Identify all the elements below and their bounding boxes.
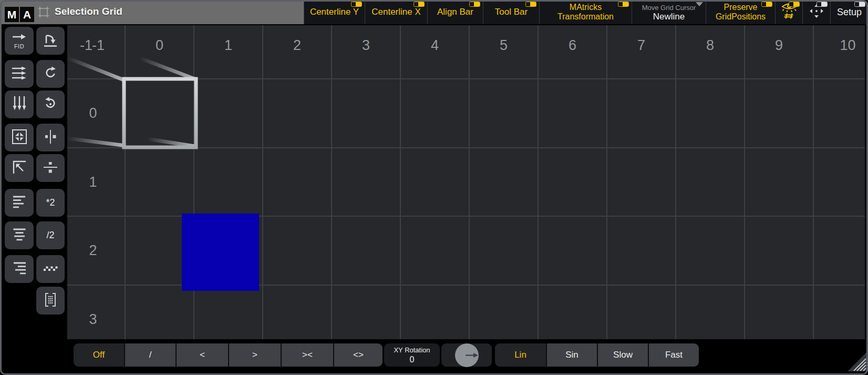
led-indicator-yellow [618,2,629,7]
topbar-button-move-grid-cursor[interactable]: Move Grid CursorNewline [632,0,706,24]
selected-cell-block[interactable] [182,214,259,291]
grid-line-vertical [193,25,194,339]
sidebar-button-label: *2 [46,197,55,208]
mode-button-2[interactable]: < [175,343,228,367]
combo-value: Newline [653,12,685,22]
grid-column-label: 4 [431,37,439,54]
knob-pointer-icon [466,352,479,358]
led-indicator-yellow [789,2,800,7]
sidebar-button-divide-by-2[interactable]: /2 [36,221,65,249]
triple-arrows-down-icon [12,96,27,114]
align-center-icon [12,228,27,244]
grid-line-vertical [813,25,814,339]
shape-button-slow[interactable]: Slow [597,343,648,367]
grid-cursor-cube [67,54,200,154]
topbar-button-centerline-y[interactable]: Centerline Y [304,0,365,24]
sidebar-button-rotate-90[interactable] [36,27,65,55]
phaser-shape-group: LinSinSlowFast [495,343,699,367]
sidebar-button-fixture-id-order[interactable]: FID [5,27,34,55]
xy-rotation-knob-panel [441,343,492,367]
rotate-ccw-icon [43,96,58,114]
grid-line-vertical [606,25,607,339]
topbar-button-align-bar[interactable]: Align Bar [427,0,483,24]
led-indicator-yellow [525,2,536,7]
selection-grid-window: M A Selection Grid Centerline YCenterlin… [0,0,868,375]
grid-column-label: 2 [293,37,301,54]
grid-corner-label: -1 [80,37,92,54]
button-label: Centerline X [371,7,421,17]
mode-button-1[interactable]: / [124,343,175,367]
sidebar-button-align-center[interactable] [5,221,34,249]
mode-button-off[interactable]: Off [74,343,124,367]
button-label: Setup [837,7,862,17]
grid-line-horizontal [67,147,865,148]
rotate-cw-icon [43,65,58,83]
button-label: Centerline Y [310,7,359,17]
grid-line-vertical [400,25,401,339]
sidebar-button-align-left[interactable] [5,189,34,217]
align-right-icon [12,261,27,277]
grid-line-vertical [262,25,263,339]
grid-column-label: 7 [637,37,645,54]
button-label: MAtricks [570,3,602,12]
mode-button-3[interactable]: > [228,343,281,367]
shuffle-dots-icon [43,265,58,274]
button-label: Transformation [557,12,614,22]
sidebar-button-rotate-clockwise[interactable] [36,60,65,88]
resize-handle-icon[interactable] [848,352,866,373]
grid-column-label: 5 [500,37,508,54]
sidebar-button-mirror-y[interactable] [36,154,65,182]
topbar-button-preserve-gridpositions[interactable]: PreserveGridPositions [706,0,775,24]
grid-column-label: 10 [840,37,855,54]
led-indicator-white [854,2,865,7]
arrow-right-icon [12,33,26,42]
led-indicator-yellow [351,2,362,7]
shape-button-fast[interactable]: Fast [648,343,699,367]
grid-column-label: 9 [775,37,783,54]
rotate-90-icon [43,32,58,50]
shape-button-lin[interactable]: Lin [495,343,546,367]
shape-button-sin[interactable]: Sin [546,343,597,367]
sidebar-button-arrange-columns[interactable] [5,90,34,118]
ma-logo-m: M [5,7,19,22]
topbar-button-centerline-x[interactable]: Centerline X [365,0,427,24]
topbar-button-tool-bar[interactable]: Tool Bar [483,0,539,24]
sidebar-button-grid-full[interactable] [36,287,65,315]
titlebar: M A Selection Grid [0,0,304,24]
grid-line-horizontal [67,78,865,79]
sidebar-button-move-to-origin[interactable] [5,154,34,182]
grid-row-label: 1 [89,174,97,190]
selection-grid-canvas[interactable]: 0123456789100123-1-1 [67,25,865,339]
sidebar-button-arrange-rows[interactable] [5,60,34,88]
sidebar-button-compress[interactable] [5,124,34,151]
topbar-button-move-window[interactable] [802,0,830,24]
ma-logo-a: A [20,7,34,22]
button-label: Align Bar [437,7,473,17]
xy-rotation-field[interactable]: XY Rotation0 [384,343,440,367]
grid-line-vertical [125,25,126,339]
ma-logo: M A [5,7,34,22]
topbar-button-setup[interactable]: Setup [830,0,868,24]
grid-corner-label: -1 [92,37,105,54]
mode-button-4[interactable]: >< [281,343,333,367]
led-indicator-white [817,2,828,7]
xy-rotation-knob[interactable] [455,343,479,367]
sidebar-button-align-right[interactable] [5,255,34,283]
topbar-button-grid-visibility[interactable] [775,0,802,24]
sidebar-button-shuffle[interactable] [36,255,65,283]
grid-window-icon [37,5,50,21]
sidebar-button-multiply-by-2[interactable]: *2 [36,189,65,217]
bottom-toolbar: Off/<>><<>XY Rotation0LinSinSlowFast [74,343,699,367]
topbar-button-matricks-transformation[interactable]: MAtricksTransformation [539,0,632,24]
mode-button-5[interactable]: <> [333,343,383,367]
button-label: Preserve [724,3,757,12]
sidebar-button-rotate-counterclockwise[interactable] [36,90,65,118]
grid-column-label: 6 [569,37,576,54]
sidebar-button-mirror-x[interactable] [36,124,65,151]
grid-row-label: 2 [89,242,97,259]
button-label: GridPositions [716,12,766,22]
led-indicator-yellow [761,2,772,7]
grid-line-vertical [744,25,745,339]
grid-line-vertical [675,25,676,339]
triple-arrows-right-icon [12,66,27,83]
